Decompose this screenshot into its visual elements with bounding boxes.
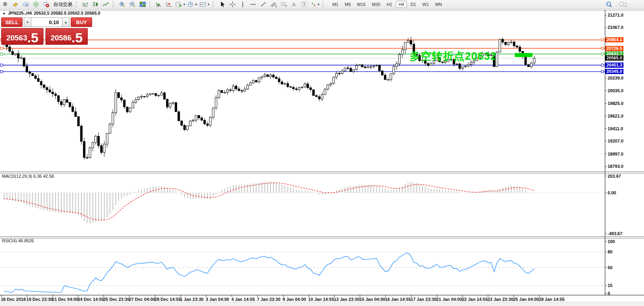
vertical-line-tool-button[interactable]	[238, 0, 248, 8]
crosshair-tool-button[interactable]	[227, 0, 238, 8]
candle-body	[183, 125, 185, 130]
one-click-trading-panel: SELL ▼ ▲ BUY 20563 .5 20586 .5	[1, 17, 88, 45]
clock-icon	[187, 1, 194, 8]
line-handle[interactable]	[601, 64, 604, 66]
chat-button[interactable]	[618, 0, 628, 8]
candle-body	[324, 89, 326, 95]
candlestick-chart-button[interactable]	[91, 0, 101, 8]
candle-body	[215, 98, 217, 108]
highlight-rectangle	[515, 53, 533, 57]
bar-chart-button[interactable]	[80, 0, 91, 8]
candle-body	[89, 148, 91, 158]
price-tick-label: 18793.0	[608, 164, 623, 169]
candle-body	[23, 58, 25, 66]
tile-windows-button[interactable]	[138, 0, 148, 8]
sell-price-button[interactable]: 20563 .5	[1, 28, 43, 45]
candle-body	[86, 158, 88, 158]
equidistant-channel-icon: E	[270, 1, 277, 8]
candle-body	[427, 63, 429, 65]
time-tick-label: 23 Jan 23:30	[487, 297, 513, 302]
time-tick-label: 9 Jan 04:00	[283, 297, 306, 302]
rsi-tick-label: 15	[608, 283, 612, 288]
candle-body	[258, 78, 260, 82]
timeframe-button-m30[interactable]: M30	[369, 1, 383, 8]
line-handle[interactable]	[0, 47, 3, 49]
arrows-icon	[310, 1, 317, 8]
line-chart-button[interactable]	[101, 0, 111, 8]
periods-button[interactable]: ▼	[187, 0, 198, 8]
time-axis[interactable]: 18 Dec 201819 Dec 23:3021 Dec 04:0024 De…	[0, 295, 644, 302]
channel-tool-button[interactable]: E	[268, 0, 279, 8]
line-handle[interactable]	[0, 70, 3, 73]
candle-body	[98, 136, 100, 146]
timeframe-button-h1[interactable]: H1	[384, 1, 395, 8]
candle-body	[138, 97, 140, 99]
candle-body	[146, 95, 148, 97]
autotrading-button[interactable]: 自动交易	[51, 0, 74, 8]
candle-body	[15, 53, 17, 55]
arrows-tool-button[interactable]: ▼	[310, 0, 321, 8]
candle-body	[187, 126, 189, 129]
search-button[interactable]	[604, 0, 614, 8]
timeframe-button-m5[interactable]: M5	[342, 1, 353, 8]
add-indicator-button[interactable]: ▼	[174, 0, 187, 8]
one-click-panel-toggle[interactable]: ▲	[2, 11, 6, 15]
fibonacci-tool-button[interactable]: F	[279, 0, 289, 8]
rsi-tick-label: 50	[608, 265, 612, 270]
time-tick-label: 19 Dec 23:30	[26, 297, 53, 302]
zoom-out-button[interactable]	[127, 0, 138, 8]
volume-input[interactable]	[31, 17, 62, 27]
line-handle[interactable]	[601, 39, 604, 41]
tick-chart-button[interactable]	[164, 0, 174, 8]
line-handle[interactable]	[601, 47, 604, 49]
candle-body	[40, 82, 42, 85]
candle-body	[404, 42, 406, 50]
timeframe-button-m1[interactable]: M1	[330, 1, 341, 8]
main-chart-canvas[interactable]	[0, 10, 605, 171]
cursor-tool-button[interactable]	[217, 0, 227, 8]
candle-body	[135, 99, 137, 102]
zoom-in-button[interactable]	[117, 0, 127, 8]
new-chart-button[interactable]	[154, 0, 164, 8]
fibonacci-icon: F	[280, 1, 287, 8]
templates-button[interactable]: ▼	[198, 0, 211, 8]
candle-body	[115, 93, 117, 113]
svg-text:A: A	[292, 2, 296, 8]
candle-body	[459, 64, 461, 68]
candle-body	[52, 92, 54, 94]
candle-body	[32, 74, 34, 76]
buy-button[interactable]: BUY	[71, 17, 92, 27]
signals-button[interactable]	[31, 0, 41, 8]
metaeditor-button[interactable]	[10, 0, 21, 8]
candle-body	[103, 144, 105, 152]
timeframe-button-w1[interactable]: W1	[419, 1, 432, 8]
volume-decrease-button[interactable]: ▼	[24, 17, 31, 27]
candle-body	[370, 67, 372, 67]
rsi-pane-canvas[interactable]	[0, 238, 605, 295]
time-tick-label: 4 Jan 14:55	[231, 297, 255, 302]
text-tool-button[interactable]: A	[289, 0, 299, 8]
horizontal-line-tool-button[interactable]	[248, 0, 258, 8]
line-handle[interactable]	[601, 70, 604, 73]
sell-button[interactable]: SELL	[1, 17, 23, 27]
candle-body	[341, 71, 343, 73]
timeframe-button-m15[interactable]: M15	[354, 1, 368, 8]
mql5-cloud-button[interactable]	[21, 0, 31, 8]
line-handle[interactable]	[601, 53, 604, 55]
line-handle[interactable]	[0, 53, 3, 55]
market-button[interactable]	[41, 0, 51, 8]
time-tick-label: 21 Jan 04:00	[436, 297, 462, 302]
volume-increase-button[interactable]: ▲	[62, 17, 70, 27]
time-axis-line	[0, 295, 644, 295]
macd-pane-canvas[interactable]	[0, 173, 605, 236]
timeframe-button-mn[interactable]: MN	[432, 1, 445, 8]
buy-price-button[interactable]: 20586 .5	[45, 28, 88, 45]
candle-body	[533, 58, 535, 63]
trendline-tool-button[interactable]	[258, 0, 268, 8]
candle-body	[121, 98, 123, 100]
text-label-tool-button[interactable]: T	[299, 0, 310, 8]
new-order-button[interactable]: 单	[0, 0, 10, 8]
line-handle[interactable]	[0, 64, 3, 66]
timeframe-button-d1[interactable]: D1	[408, 1, 419, 8]
timeframe-button-h4[interactable]: H4	[396, 1, 407, 8]
